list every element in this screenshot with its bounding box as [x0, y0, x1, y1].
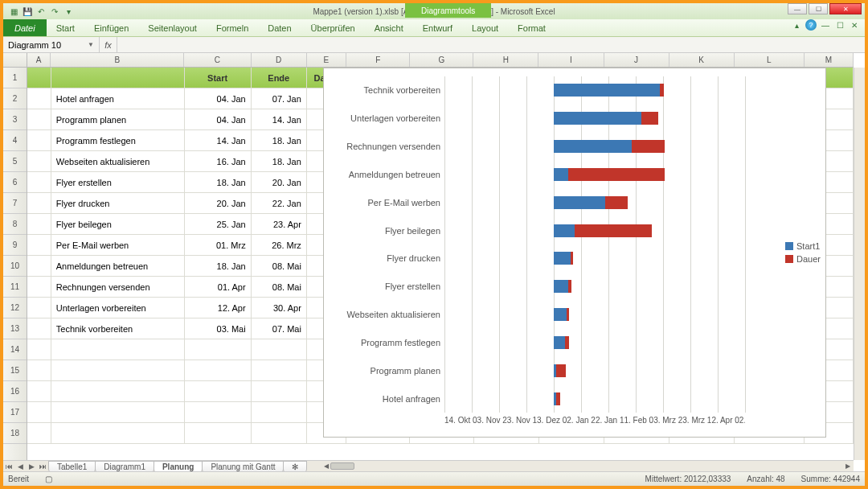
cell[interactable] [51, 381, 185, 401]
cell[interactable]: 07. Mai [252, 318, 307, 339]
ribbon-tab-daten[interactable]: Daten [258, 19, 301, 36]
row-header-18[interactable]: 18 [3, 423, 27, 444]
cell[interactable]: Flyer erstellen [51, 172, 185, 192]
cell[interactable]: Unterlagen vorbereiten [51, 298, 185, 318]
cell[interactable] [27, 318, 51, 339]
column-header-A[interactable]: A [27, 53, 51, 67]
cell[interactable] [51, 360, 185, 380]
cell[interactable]: Flyer drucken [51, 193, 185, 213]
column-header-E[interactable]: E [307, 53, 346, 67]
cell[interactable]: Per E-Mail werben [51, 235, 185, 255]
cell[interactable] [27, 88, 51, 109]
cell[interactable]: 12. Apr [185, 298, 252, 318]
cell[interactable]: 30. Apr [252, 298, 307, 318]
cell[interactable] [51, 402, 185, 422]
cell[interactable]: 18. Jan [252, 130, 307, 150]
row-header-12[interactable]: 12 [3, 298, 27, 318]
cell[interactable] [27, 151, 51, 171]
column-header-F[interactable]: F [346, 53, 410, 67]
cell[interactable]: 18. Jan [252, 151, 307, 171]
scroll-thumb[interactable] [330, 462, 354, 470]
formula-input[interactable] [117, 37, 865, 52]
sheet-tab-planung mit gantt[interactable]: Planung mit Gantt [202, 461, 284, 471]
column-header-C[interactable]: C [184, 53, 251, 67]
ribbon-tab-layout[interactable]: Layout [462, 19, 508, 36]
cell[interactable]: 25. Jan [185, 214, 252, 234]
row-header-11[interactable]: 11 [3, 277, 27, 298]
ribbon-tab-seitenlayout[interactable]: Seitenlayout [138, 19, 207, 36]
cell[interactable]: 08. Mai [252, 256, 307, 276]
cell[interactable]: 20. Jan [185, 193, 252, 213]
row-header-10[interactable]: 10 [3, 256, 27, 277]
minimize-button[interactable]: — [788, 3, 807, 14]
qat-dropdown-icon[interactable]: ▾ [63, 6, 74, 17]
cell[interactable] [27, 381, 51, 401]
cell[interactable]: Flyer beilegen [51, 214, 185, 234]
cell[interactable] [27, 339, 51, 360]
column-header-D[interactable]: D [252, 53, 307, 67]
name-box[interactable]: Diagramm 10 ▼ [3, 37, 100, 52]
ribbon-tab-einfügen[interactable]: Einfügen [84, 19, 138, 36]
cell[interactable]: 16. Jan [185, 151, 252, 171]
row-header-6[interactable]: 6 [3, 172, 27, 193]
cell[interactable] [252, 360, 307, 380]
cell[interactable] [51, 423, 185, 443]
cell[interactable]: 03. Mai [185, 318, 252, 339]
workbook-close-icon[interactable]: ✕ [849, 19, 860, 31]
cell[interactable] [185, 360, 252, 380]
row-header-14[interactable]: 14 [3, 339, 27, 360]
cell[interactable] [27, 402, 51, 422]
macro-record-icon[interactable]: ▢ [45, 475, 52, 483]
close-button[interactable]: ✕ [829, 3, 862, 14]
cell[interactable] [27, 130, 51, 150]
cell[interactable] [27, 172, 51, 192]
column-header-G[interactable]: G [410, 53, 473, 67]
column-header-K[interactable]: K [669, 53, 735, 67]
row-header-8[interactable]: 8 [3, 214, 27, 235]
row-header-7[interactable]: 7 [3, 193, 27, 214]
row-header-9[interactable]: 9 [3, 235, 27, 256]
cell[interactable] [27, 68, 51, 88]
row-header-2[interactable]: 2 [3, 88, 27, 109]
sheet-nav-buttons[interactable]: ⏮◀▶⏭ [3, 461, 48, 471]
sheet-tab-tabelle1[interactable]: Tabelle1 [48, 461, 96, 471]
cell[interactable] [27, 214, 51, 234]
horizontal-scrollbar[interactable]: ◀ ▶ [322, 461, 854, 471]
cell[interactable] [185, 423, 252, 443]
ribbon-tab-formeln[interactable]: Formeln [207, 19, 258, 36]
cell[interactable] [27, 235, 51, 255]
cell[interactable] [252, 381, 307, 401]
embedded-chart[interactable]: Technik vorbereitenUnterlagen vorbereite… [323, 68, 826, 438]
undo-icon[interactable]: ↶ [35, 6, 47, 17]
cell[interactable]: 18. Jan [185, 256, 252, 276]
cell[interactable]: 01. Mrz [185, 235, 252, 255]
workbook-restore-icon[interactable]: ☐ [834, 19, 845, 31]
redo-icon[interactable]: ↷ [49, 6, 60, 17]
ribbon-tab-format[interactable]: Format [508, 19, 555, 36]
cell[interactable] [185, 381, 252, 401]
cell[interactable]: Hotel anfragen [51, 88, 185, 109]
cell[interactable]: 07. Jan [252, 88, 307, 109]
cell[interactable] [252, 402, 307, 422]
cell[interactable]: 04. Jan [185, 88, 252, 109]
row-header-13[interactable]: 13 [3, 318, 27, 339]
cell[interactable] [27, 193, 51, 213]
cell[interactable]: 01. Apr [185, 277, 252, 297]
cell[interactable]: 14. Jan [185, 130, 252, 150]
cell[interactable]: 14. Jan [252, 109, 307, 129]
cell[interactable] [185, 339, 252, 360]
cell[interactable] [185, 402, 252, 422]
new-sheet-button[interactable]: ✻ [283, 461, 307, 471]
row-header-1[interactable]: 1 [3, 68, 27, 88]
sheet-tab-planung[interactable]: Planung [154, 461, 203, 471]
column-header-L[interactable]: L [735, 53, 805, 67]
cell[interactable]: Programm planen [51, 109, 185, 129]
cell[interactable]: 23. Apr [252, 214, 307, 234]
cell[interactable]: 22. Jan [252, 193, 307, 213]
sheet-tab-diagramm1[interactable]: Diagramm1 [95, 461, 154, 471]
row-header-15[interactable]: 15 [3, 360, 27, 381]
row-header-3[interactable]: 3 [3, 109, 27, 130]
column-header-M[interactable]: M [805, 53, 854, 67]
ribbon-tab-start[interactable]: Start [47, 19, 84, 36]
cell[interactable] [27, 298, 51, 318]
